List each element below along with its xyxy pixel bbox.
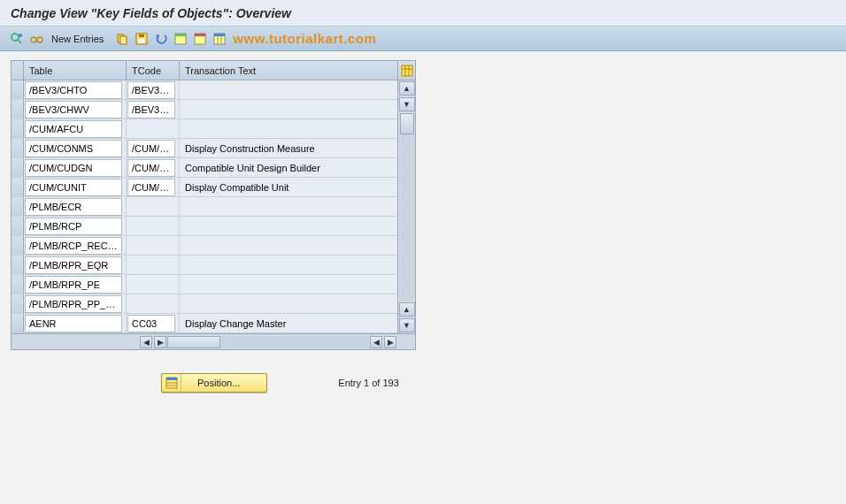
scroll-down2-icon[interactable]: ▼ [399,318,415,332]
row-selector[interactable] [12,236,24,255]
col-header-tcode[interactable]: TCode [127,61,180,80]
scroll-track[interactable] [400,113,414,301]
cell-table[interactable]: /CUM/CUNIT [24,178,127,197]
scroll-left-icon[interactable]: ◀ [140,336,152,348]
scroll-up-icon[interactable]: ▲ [399,81,415,95]
table-row: /PLMB/ECR [12,197,397,217]
table-field[interactable]: /PLMB/RPR_PE [25,276,122,294]
row-selector[interactable] [12,178,24,196]
vertical-scrollbar[interactable]: ▲ ▼ ▲ ▼ [397,80,415,333]
table-field[interactable]: /PLMB/RPR_EQR [25,256,122,274]
cell-tcode[interactable] [127,119,180,139]
cell-table[interactable]: /PLMB/ECR [24,197,127,217]
cell-table[interactable]: /PLMB/RPR_PE [24,275,127,294]
cell-tcode[interactable] [127,294,180,314]
cell-tcode[interactable] [127,275,180,294]
table-settings-icon[interactable] [212,31,227,47]
table-row: /CUM/AFCU [12,119,397,139]
hscroll-track[interactable] [167,336,369,348]
row-selector[interactable] [12,275,24,294]
col-header-text[interactable]: Transaction Text [180,61,397,80]
cell-tcode[interactable] [127,197,180,217]
configure-columns-icon[interactable] [397,61,415,80]
transaction-text [180,236,397,241]
row-selector[interactable] [12,197,24,216]
glasses-icon[interactable] [28,31,44,47]
hscroll-thumb[interactable] [167,336,220,348]
tcode-field[interactable]: /CUM/DE… [127,159,175,177]
col-header-table[interactable]: Table [24,61,127,80]
cell-tcode[interactable]: /CUM/CM… [127,139,180,158]
table-field[interactable]: /BEV3/CHTO [25,81,122,99]
cell-table[interactable]: /PLMB/RCP_RECIPE [24,236,127,256]
cell-tcode[interactable] [127,236,180,256]
transaction-text [180,80,397,86]
cell-table[interactable]: /BEV3/CHWV [24,100,127,119]
cell-tcode[interactable]: CC03 [127,314,180,333]
tcode-field[interactable]: /BEV3/C… [127,81,175,99]
row-selector[interactable] [12,314,24,332]
table-field[interactable]: /PLMB/RCP_RECIPE [25,237,122,255]
table-field[interactable]: /CUM/CONMS [25,140,122,157]
table-row: /PLMB/RPR_EQR [12,256,397,275]
cell-table[interactable]: /CUM/AFCU [24,119,127,139]
cell-transaction-text [180,119,397,139]
cell-tcode[interactable]: /CUM/CU… [127,178,180,197]
scroll-left2-icon[interactable]: ◀ [370,336,382,348]
transaction-text [180,256,397,261]
horizontal-scrollbar[interactable]: ◀ ▶ ◀ ▶ [12,333,415,349]
row-selector-header[interactable] [12,61,24,80]
grid-header-row: Table TCode Transaction Text [12,61,415,80]
table-field[interactable]: /CUM/AFCU [25,120,122,138]
row-selector[interactable] [12,256,24,274]
table-field[interactable]: /PLMB/RCP [25,218,122,235]
grid-footer: Position... Entry 1 of 193 [11,373,835,393]
table-field[interactable]: /CUM/CUDGN [25,159,122,177]
scroll-right-icon[interactable]: ▶ [154,336,166,348]
row-selector[interactable] [12,294,24,313]
svg-rect-17 [214,34,225,36]
tcode-field[interactable]: /BEV3/C… [127,101,175,118]
cell-table[interactable]: /PLMB/RCP [24,217,127,236]
cell-tcode[interactable]: /BEV3/C… [127,80,180,100]
cell-table[interactable]: /PLMB/RPR_PP_VAL [24,294,127,314]
cell-table[interactable]: /CUM/CONMS [24,139,127,158]
copy-icon[interactable] [114,31,130,47]
deselect-all-icon[interactable] [192,31,208,47]
cell-table[interactable]: AENR [24,314,127,333]
svg-rect-9 [139,39,144,43]
position-button[interactable]: Position... [161,373,267,393]
svg-rect-15 [195,34,205,36]
tcode-field[interactable]: /CUM/CU… [127,179,175,196]
scroll-thumb[interactable] [400,113,414,134]
cell-table[interactable]: /CUM/CUDGN [24,158,127,178]
cell-tcode[interactable]: /CUM/DE… [127,158,180,178]
row-selector[interactable] [12,217,24,235]
scroll-down-icon[interactable]: ▼ [399,97,415,111]
table-field[interactable]: /BEV3/CHWV [25,101,122,118]
row-selector[interactable] [12,139,24,157]
table-field[interactable]: /PLMB/RPR_PP_VAL [25,295,122,313]
tcode-field[interactable]: CC03 [127,315,175,332]
row-selector[interactable] [12,158,24,177]
table-field[interactable]: /PLMB/ECR [25,198,122,216]
cell-table[interactable]: /PLMB/RPR_EQR [24,256,127,275]
table-field[interactable]: AENR [25,315,122,332]
row-selector[interactable] [12,80,24,99]
row-selector[interactable] [12,119,24,138]
new-entries-button[interactable]: New Entries [48,34,107,44]
undo-icon[interactable] [153,31,169,47]
scroll-right2-icon[interactable]: ▶ [384,336,396,348]
tcode-field[interactable]: /CUM/CM… [127,140,175,157]
cell-table[interactable]: /BEV3/CHTO [24,80,127,100]
other-view-icon[interactable] [9,31,25,47]
table-field[interactable]: /CUM/CUNIT [25,179,122,196]
cell-tcode[interactable]: /BEV3/C… [127,100,180,119]
save-icon[interactable] [134,31,150,47]
cell-tcode[interactable] [127,217,180,236]
select-all-icon[interactable] [173,31,188,47]
cell-transaction-text [180,197,397,217]
row-selector[interactable] [12,100,24,118]
scroll-up2-icon[interactable]: ▲ [399,302,415,317]
cell-tcode[interactable] [127,256,180,275]
